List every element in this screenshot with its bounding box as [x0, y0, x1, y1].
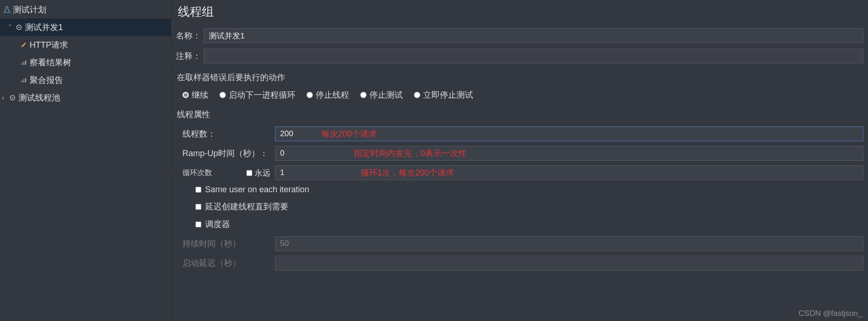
radio-next-loop[interactable]: 启动下一进程循环: [219, 89, 295, 101]
name-label: 名称：: [176, 30, 204, 41]
duration-label: 持续时间（秒）: [182, 238, 275, 249]
rampup-label: Ramp-Up时间（秒）：: [182, 148, 275, 159]
duration-input[interactable]: [275, 236, 863, 251]
tree-item-label: 聚合报告: [30, 75, 63, 86]
tree-item-label: 察看结果树: [30, 57, 71, 68]
svg-rect-4: [25, 61, 26, 65]
loops-input[interactable]: [275, 165, 863, 180]
gear-icon: [15, 24, 23, 31]
scheduler-checkbox[interactable]: 调度器: [195, 219, 863, 230]
tree-item-label: HTTP请求: [30, 39, 68, 50]
same-user-checkbox[interactable]: Same user on each iteration: [195, 185, 863, 195]
radio-stop-test[interactable]: 停止测试: [360, 89, 403, 101]
loops-label: 循环次数: [182, 168, 212, 178]
startup-delay-label: 启动延迟（秒）: [182, 258, 275, 269]
svg-point-1: [19, 27, 20, 28]
delay-create-checkbox[interactable]: 延迟创建线程直到需要: [195, 201, 863, 212]
error-action-group-label: 在取样器错误后要执行的动作: [177, 72, 863, 83]
page-title: 线程组: [178, 4, 863, 20]
caret-right-icon: ›: [2, 94, 8, 101]
svg-rect-6: [23, 79, 25, 82]
sidebar: 测试计划 ˅ 测试并发1 HTTP请求 察看结果树 聚合报告 › 测试线程池: [0, 0, 171, 321]
svg-rect-3: [23, 62, 25, 65]
tree-item-view-results-tree[interactable]: 察看结果树: [0, 54, 171, 71]
svg-rect-2: [21, 63, 23, 65]
tree-item-label: 测试线程池: [19, 92, 60, 103]
pencil-icon: [19, 42, 28, 48]
chart-icon: [19, 77, 28, 83]
tree-root-test-plan[interactable]: 测试计划: [0, 1, 171, 19]
svg-rect-7: [25, 78, 26, 82]
gear-icon: [8, 94, 17, 101]
startup-delay-input[interactable]: [275, 256, 863, 271]
main-panel: ⋮ 线程组 名称： 注释： 在取样器错误后要执行的动作 继续 启动下一进程循环 …: [171, 0, 868, 321]
error-action-radio-group: 继续 启动下一进程循环 停止线程 停止测试 立即停止测试: [182, 89, 863, 101]
threads-label: 线程数：: [182, 128, 275, 139]
tree-item-label: 测试并发1: [25, 22, 63, 33]
splitter-handle[interactable]: ⋮: [169, 171, 172, 173]
name-input[interactable]: [204, 28, 863, 43]
flask-icon: [3, 6, 11, 13]
watermark: CSDN @fastjson_: [799, 309, 862, 318]
tree-item-thread-group-1[interactable]: ˅ 测试并发1: [0, 19, 171, 36]
svg-rect-5: [21, 81, 23, 82]
comment-input[interactable]: [204, 49, 863, 63]
caret-down-icon: ˅: [8, 24, 15, 31]
tree-root-label: 测试计划: [13, 4, 46, 15]
tree-item-thread-pool[interactable]: › 测试线程池: [0, 89, 171, 107]
comment-label: 注释：: [176, 50, 204, 62]
tree-item-aggregate-report[interactable]: 聚合报告: [0, 71, 171, 89]
radio-stop-thread[interactable]: 停止线程: [306, 89, 349, 101]
radio-stop-test-now[interactable]: 立即停止测试: [414, 89, 473, 101]
svg-point-9: [12, 97, 13, 99]
tree-item-http-request[interactable]: HTTP请求: [0, 36, 171, 54]
radio-continue[interactable]: 继续: [182, 89, 208, 101]
forever-checkbox[interactable]: 永远: [246, 168, 270, 178]
thread-props-group-label: 线程属性: [177, 109, 863, 120]
threads-input[interactable]: [275, 126, 863, 141]
rampup-input[interactable]: [275, 146, 863, 161]
chart-icon: [19, 59, 28, 66]
